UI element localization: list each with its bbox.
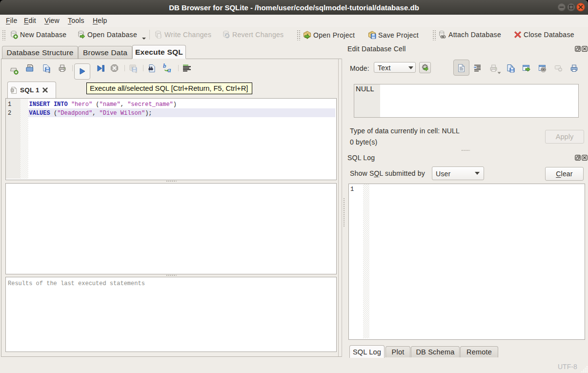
svg-text:b: b — [163, 63, 166, 69]
svg-text:a: a — [167, 66, 171, 73]
